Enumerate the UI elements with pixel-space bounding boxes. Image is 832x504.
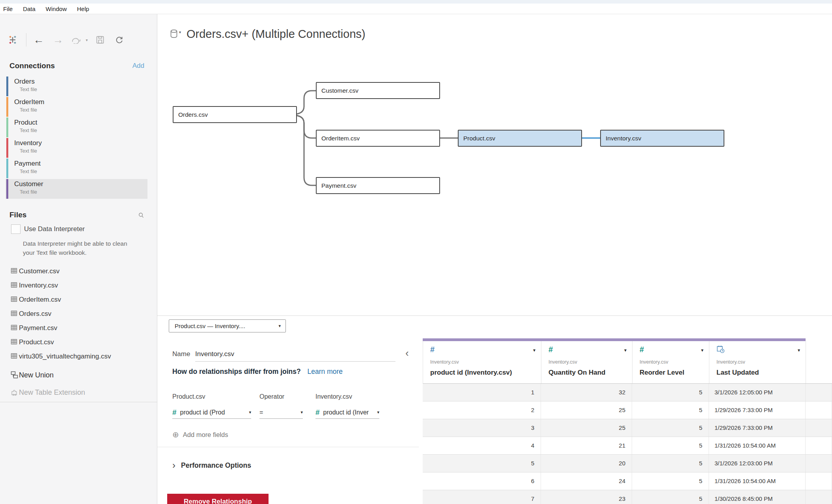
- grid-cell: 21: [541, 437, 632, 454]
- remove-relationship-button[interactable]: Remove Relationship: [167, 494, 269, 504]
- relationship-selector-label: Product.csv — Inventory....: [175, 323, 278, 329]
- plus-circle-icon: ⊕: [172, 430, 179, 439]
- canvas-bottom-divider: [157, 315, 832, 316]
- column-menu-caret-icon[interactable]: ▾: [533, 347, 535, 353]
- right-field-dropdown[interactable]: # product id (Inver ▾: [315, 406, 379, 419]
- connection-item-payment[interactable]: PaymentText file: [6, 159, 147, 178]
- relationship-selector-dropdown[interactable]: Product.csv — Inventory.... ▾: [169, 319, 286, 332]
- menu-data[interactable]: Data: [23, 6, 35, 12]
- grid-cell: 3/1/2026 12:05:00 PM: [709, 384, 806, 401]
- add-more-fields-label: Add more fields: [183, 431, 228, 439]
- menu-help[interactable]: Help: [77, 6, 89, 12]
- operator-value: =: [259, 409, 299, 416]
- redo-menu-caret-icon[interactable]: ▾: [84, 30, 90, 50]
- table-node-payment[interactable]: Payment.csv: [316, 177, 440, 194]
- column-header-quantity-on-hand[interactable]: #▾Inventory.csvQuantity On Hand: [541, 341, 632, 383]
- grid-cell: 4: [423, 437, 541, 454]
- grid-cell: [806, 455, 832, 472]
- table-node-inventory[interactable]: Inventory.csv: [600, 130, 724, 147]
- collapse-panel-chevron-icon[interactable]: ‹: [405, 347, 409, 359]
- connection-item-customer[interactable]: CustomerText file: [6, 179, 147, 199]
- menu-window[interactable]: Window: [46, 6, 67, 12]
- file-item-customer-csv[interactable]: Customer.csv: [0, 267, 157, 280]
- table-row: 32551/29/2026 7:33:00 PM: [423, 419, 832, 437]
- file-item-product-csv[interactable]: Product.csv: [0, 338, 157, 351]
- table-node-customer[interactable]: Customer.csv: [316, 82, 440, 99]
- column-menu-caret-icon[interactable]: ▾: [701, 347, 703, 353]
- add-connection-button[interactable]: Add: [132, 62, 144, 70]
- performance-options-label: Performance Options: [181, 461, 251, 470]
- operator-dropdown[interactable]: = ▾: [259, 406, 303, 419]
- left-field-value: product id (Prod: [180, 409, 248, 416]
- grid-cell: [806, 384, 832, 401]
- connection-color-bar: [6, 97, 8, 117]
- file-name: OrderItem.csv: [19, 296, 61, 304]
- file-name: Inventory.csv: [19, 282, 58, 289]
- relationship-noodles: [157, 14, 832, 315]
- table-row: 62451/31/2026 10:54:00 AM: [423, 472, 832, 490]
- new-table-extension-button[interactable]: New Table Extension: [0, 388, 157, 400]
- connection-color-bar: [6, 77, 8, 96]
- table-extension-icon: [11, 388, 18, 396]
- file-item-payment-csv[interactable]: Payment.csv: [0, 323, 157, 337]
- table-grid-icon: [11, 310, 17, 317]
- window-titlebar: [0, 0, 832, 4]
- toolbar: ← → ▾: [0, 30, 157, 50]
- column-menu-caret-icon[interactable]: ▾: [624, 347, 627, 353]
- file-item-virtu305-virtualtechgaming-csv[interactable]: virtu305_virtualtechgaming.csv: [0, 352, 157, 365]
- grid-body: 13253/1/2026 12:05:00 PM22551/29/2026 7:…: [423, 384, 832, 504]
- connection-color-bar: [6, 159, 8, 178]
- column-header-reorder-level[interactable]: #▾Inventory.csvReorder Level: [632, 341, 709, 383]
- left-table-label: Product.csv: [172, 393, 205, 400]
- table-node-orderitem[interactable]: OrderItem.csv: [316, 130, 440, 147]
- connection-color-bar: [6, 138, 8, 158]
- file-item-orders-csv[interactable]: Orders.csv: [0, 309, 157, 323]
- performance-options-toggle[interactable]: › Performance Options: [172, 461, 251, 470]
- column-header-product-id-inventory-csv[interactable]: #▾Inventory.csvproduct id (Inventory.csv…: [423, 341, 541, 383]
- connection-item-orderitem[interactable]: OrderItemText file: [6, 97, 147, 117]
- chevron-down-icon: ▾: [278, 323, 281, 329]
- table-node-orders[interactable]: Orders.csv: [173, 106, 297, 123]
- column-menu-caret-icon[interactable]: ▾: [798, 347, 800, 353]
- connection-type: Text file: [20, 127, 37, 133]
- new-union-button[interactable]: New Union: [0, 370, 157, 383]
- number-icon: #: [172, 408, 177, 417]
- menu-bar: FileDataWindowHelp: [0, 4, 832, 14]
- redo-icon[interactable]: [71, 30, 82, 50]
- grid-cell: 25: [541, 419, 632, 437]
- table-row: 22551/29/2026 7:33:00 PM: [423, 401, 832, 419]
- file-item-inventory-csv[interactable]: Inventory.csv: [0, 281, 157, 294]
- relationship-help-row: How do relationships differ from joins? …: [172, 368, 343, 376]
- connection-item-product[interactable]: ProductText file: [6, 118, 147, 137]
- connection-item-orders[interactable]: OrdersText file: [6, 77, 147, 96]
- learn-more-link[interactable]: Learn more: [308, 368, 343, 375]
- data-interpreter-label: Use Data Interpreter: [24, 225, 85, 233]
- table-node-product[interactable]: Product.csv: [458, 130, 582, 147]
- connection-item-inventory[interactable]: InventoryText file: [6, 138, 147, 158]
- add-more-fields-button[interactable]: ⊕ Add more fields: [172, 430, 228, 439]
- grid-cell: 5: [632, 490, 709, 504]
- relationship-name-input[interactable]: Inventory.csv: [195, 350, 395, 362]
- column-header-last-updated[interactable]: ▾Inventory.csvLast Updated: [709, 341, 806, 383]
- search-icon[interactable]: [138, 212, 144, 218]
- grid-cell: 5: [632, 472, 709, 490]
- datetime-icon: [716, 345, 725, 353]
- chevron-down-icon: ▾: [300, 410, 303, 415]
- forward-arrow-icon[interactable]: →: [52, 30, 63, 50]
- connection-name: Customer: [14, 180, 43, 188]
- save-icon[interactable]: [95, 30, 106, 50]
- left-field-dropdown[interactable]: # product id (Prod ▾: [172, 406, 251, 419]
- grid-accent-bar: [423, 338, 806, 341]
- files-header: Files: [0, 210, 157, 221]
- menu-file[interactable]: File: [3, 6, 13, 12]
- connection-color-bar: [6, 179, 8, 199]
- data-interpreter-checkbox[interactable]: [11, 224, 21, 234]
- file-item-orderitem-csv[interactable]: OrderItem.csv: [0, 295, 157, 308]
- grid-header-row: #▾Inventory.csvproduct id (Inventory.csv…: [423, 341, 832, 384]
- table-row: 13253/1/2026 12:05:00 PM: [423, 384, 832, 401]
- back-arrow-icon[interactable]: ←: [33, 30, 44, 50]
- file-name: Product.csv: [19, 338, 54, 346]
- refresh-icon[interactable]: [114, 30, 125, 50]
- toolbar-separator: [26, 33, 26, 47]
- grid-cell: 25: [541, 401, 632, 419]
